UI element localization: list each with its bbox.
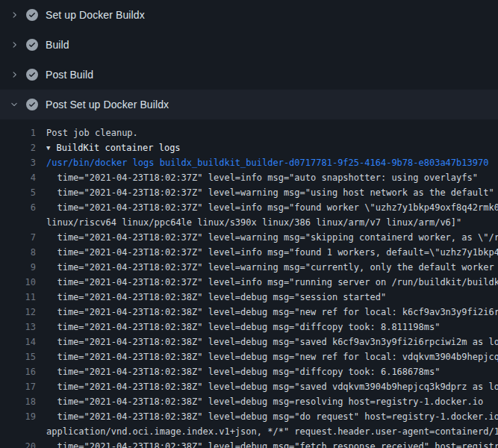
log-lines: 1Post job cleanup.2▼BuildKit container l… [0,119,498,448]
log-line-number: 20 [0,439,36,448]
step-label: Set up Docker Buildx [46,9,145,21]
log-line: 11 time="2021-04-23T18:02:38Z" level=deb… [0,290,498,305]
log-line: 13 time="2021-04-23T18:02:38Z" level=deb… [0,320,498,335]
log-line-number: 1 [0,125,36,140]
check-circle-icon [26,99,38,111]
step-label: Post Set up Docker Buildx [46,99,169,111]
log-line-number: 19 [0,409,36,424]
log-line: 1Post job cleanup. [0,125,498,140]
log-line-text: linux/riscv64 linux/ppc64le linux/s390x … [46,215,498,230]
log-line-number: 15 [0,349,36,364]
log-line: 9 time="2021-04-23T18:02:37Z" level=warn… [0,260,498,275]
log-line-text: time="2021-04-23T18:02:37Z" level=info m… [46,275,498,290]
log-line: 7 time="2021-04-23T18:02:37Z" level=warn… [0,230,498,245]
step-header-build[interactable]: Build [0,30,498,60]
log-line: 3/usr/bin/docker logs buildx_buildkit_bu… [0,155,498,170]
log-line: 5 time="2021-04-23T18:02:37Z" level=warn… [0,185,498,200]
log-line-number: 6 [0,200,36,215]
log-line-text: application/vnd.oci.image.index.v1+json,… [46,424,498,439]
log-line: 18 time="2021-04-23T18:02:38Z" level=deb… [0,394,498,409]
log-line-text: time="2021-04-23T18:02:38Z" level=debug … [46,320,498,335]
log-line-number: 4 [0,170,36,185]
actions-log-viewer: Set up Docker Buildx Build Post Build Po… [0,0,498,448]
log-line-number: 7 [0,230,36,245]
log-line: 19 time="2021-04-23T18:02:38Z" level=deb… [0,409,498,424]
log-line: 8 time="2021-04-23T18:02:37Z" level=info… [0,245,498,260]
chevron-down-icon [9,100,19,109]
log-line-text: time="2021-04-23T18:02:37Z" level=warnin… [46,260,498,275]
log-line-number: 11 [0,290,36,305]
log-line: 16 time="2021-04-23T18:02:38Z" level=deb… [0,364,498,379]
check-circle-icon [26,9,38,21]
step-header-post-set-up-docker-buildx[interactable]: Post Set up Docker Buildx [0,90,498,119]
log-line-number [0,215,36,230]
log-line: 6 time="2021-04-23T18:02:37Z" level=info… [0,200,498,215]
log-line-number: 3 [0,155,36,170]
step-header-post-build[interactable]: Post Build [0,60,498,90]
log-line-text: time="2021-04-23T18:02:38Z" level=debug … [46,379,498,394]
step-label: Post Build [46,69,93,81]
log-line-number: 14 [0,335,36,349]
log-line-number: 17 [0,379,36,394]
log-line: 17 time="2021-04-23T18:02:38Z" level=deb… [0,379,498,394]
step-label: Build [46,39,69,51]
log-line-text: time="2021-04-23T18:02:38Z" level=debug … [46,349,498,364]
log-line: 2▼BuildKit container logs [0,140,498,155]
chevron-right-icon [9,70,19,79]
log-line-text: time="2021-04-23T18:02:38Z" level=debug … [46,409,498,424]
log-line: 14 time="2021-04-23T18:02:38Z" level=deb… [0,335,498,349]
log-line-text: time="2021-04-23T18:02:37Z" level=info m… [46,170,498,185]
group-caret-icon[interactable]: ▼ [46,140,50,155]
log-line-number: 9 [0,260,36,275]
log-line-text: time="2021-04-23T18:02:38Z" level=debug … [46,364,498,379]
log-line-text: Post job cleanup. [46,125,498,140]
log-line-number: 8 [0,245,36,260]
log-line-text: time="2021-04-23T18:02:37Z" level=info m… [46,200,498,215]
log-line-number: 10 [0,275,36,290]
log-line: 12 time="2021-04-23T18:02:38Z" level=deb… [0,305,498,320]
log-line: 20 time="2021-04-23T18:02:38Z" level=deb… [0,439,498,448]
log-command-text: /usr/bin/docker logs buildx_buildkit_bui… [46,155,498,170]
log-line: linux/riscv64 linux/ppc64le linux/s390x … [0,215,498,230]
log-line-number: 2 [0,140,36,155]
log-line-text: time="2021-04-23T18:02:38Z" level=debug … [46,290,498,305]
log-line-text: time="2021-04-23T18:02:37Z" level=warnin… [46,230,498,245]
log-line-number: 13 [0,320,36,335]
step-header-set-up-docker-buildx[interactable]: Set up Docker Buildx [0,0,498,30]
log-line: 15 time="2021-04-23T18:02:38Z" level=deb… [0,349,498,364]
log-line-number: 18 [0,394,36,409]
log-line-number: 16 [0,364,36,379]
check-circle-icon [26,39,38,51]
log-line-number [0,424,36,439]
check-circle-icon [26,69,38,81]
log-line-text: time="2021-04-23T18:02:37Z" level=warnin… [46,185,498,200]
log-line-text: time="2021-04-23T18:02:38Z" level=debug … [46,439,498,448]
log-line: 4 time="2021-04-23T18:02:37Z" level=info… [0,170,498,185]
chevron-right-icon [9,10,19,19]
chevron-right-icon [9,40,19,49]
log-line-text: time="2021-04-23T18:02:38Z" level=debug … [46,394,498,409]
log-line-text: time="2021-04-23T18:02:38Z" level=debug … [46,305,498,320]
log-line: application/vnd.oci.image.index.v1+json,… [0,424,498,439]
log-line-text: time="2021-04-23T18:02:38Z" level=debug … [46,335,498,349]
log-line-text: time="2021-04-23T18:02:37Z" level=info m… [46,245,498,260]
log-line: 10 time="2021-04-23T18:02:37Z" level=inf… [0,275,498,290]
log-line-number: 5 [0,185,36,200]
log-line-text[interactable]: ▼BuildKit container logs [46,140,498,155]
log-line-number: 12 [0,305,36,320]
